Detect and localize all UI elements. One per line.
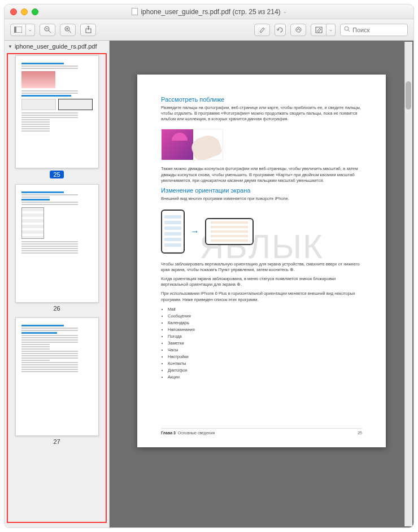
thumbnail-page-25[interactable]: 25 [15, 55, 99, 178]
svg-line-14 [348, 30, 350, 32]
list-item: Настройки [168, 354, 362, 360]
phone-portrait-icon [161, 210, 185, 254]
close-window[interactable] [10, 8, 17, 15]
scrollbar-track[interactable] [404, 42, 412, 526]
list-item: Календарь [168, 320, 362, 326]
rotate-illustration: → [161, 210, 362, 254]
disclosure-triangle-icon[interactable]: ▼ [8, 44, 12, 49]
svg-line-6 [69, 30, 71, 33]
list-item: Погода [168, 333, 362, 340]
share-button[interactable] [80, 24, 96, 36]
thumbnails-sidebar: ▼ iphone_user_guide_rs.pdf.pdf [5, 41, 110, 527]
page-footer: Глава 3 Основные сведения 25 [161, 428, 362, 435]
markup-button[interactable] [290, 24, 306, 36]
thumbnail-image[interactable] [15, 184, 99, 303]
thumbnail-list[interactable]: 25 26 [5, 52, 109, 527]
sidebar-filename-row[interactable]: ▼ iphone_user_guide_rs.pdf.pdf [5, 41, 109, 52]
list-item: Диктофон [168, 367, 362, 374]
paragraph: При использовании iPhone 6 Plus в горизо… [161, 291, 362, 302]
pinch-gesture-illustration [161, 129, 223, 160]
page-number-badge: 26 [53, 305, 60, 312]
window-title-text: iphone_user_guide_rs.pdf.pdf (стр. 25 из… [141, 8, 280, 16]
paragraph: Внешний вид многих программ изменяется п… [161, 196, 362, 202]
phone-landscape-icon [205, 218, 254, 245]
list-item: Акции [168, 374, 362, 381]
edit-dropdown-button[interactable]: ⌵ [326, 24, 336, 36]
svg-rect-1 [14, 27, 16, 33]
list-item: Контакты [168, 360, 362, 367]
page-number-badge: 27 [53, 438, 60, 445]
section-heading-2: Изменение ориентации экрана [161, 187, 362, 194]
paragraph: Также можно дважды коснуться фотографии … [161, 166, 362, 183]
page-number-badge: 25 [50, 171, 63, 178]
edit-button[interactable] [311, 24, 326, 36]
window-controls [10, 8, 38, 15]
apps-list: Mail Сообщения Календарь Напоминания Пог… [161, 306, 362, 381]
thumbnail-page-26[interactable]: 26 [15, 184, 99, 312]
view-mode-group: ⌵ [10, 24, 35, 36]
zoom-window[interactable] [32, 8, 38, 15]
document-viewer[interactable]: ЯБЛЫК Рассмотреть поближе Разведите паль… [110, 41, 413, 527]
svg-point-13 [345, 27, 349, 30]
document-icon [132, 8, 138, 15]
list-item: Часы [168, 347, 362, 354]
arrow-right-icon: → [190, 226, 199, 237]
edit-group: ⌵ [311, 24, 336, 36]
scrollbar-thumb[interactable] [406, 81, 411, 110]
paragraph: Когда ориентация экрана заблокирована, в… [161, 276, 362, 287]
main-body: ▼ iphone_user_guide_rs.pdf.pdf [5, 41, 413, 527]
list-item: Напоминания [168, 326, 362, 333]
search-field[interactable] [340, 24, 408, 36]
thumbnail-image[interactable] [15, 317, 99, 436]
list-item: Заметки [168, 340, 362, 347]
thumbnail-page-27[interactable]: 27 [15, 317, 99, 445]
search-input[interactable] [352, 27, 398, 33]
zoom-in-button[interactable] [60, 24, 76, 36]
minimize-window[interactable] [21, 8, 28, 15]
zoom-out-button[interactable] [40, 24, 55, 36]
list-item: Mail [168, 306, 362, 313]
list-item: Сообщения [168, 313, 362, 320]
rotate-button[interactable] [275, 24, 286, 36]
sidebar-toggle-button[interactable] [10, 24, 26, 36]
paragraph: Разведите пальцы на фотографии, веб-стра… [161, 105, 362, 122]
paragraph: Чтобы заблокировать вертикальную ориента… [161, 261, 362, 273]
title-dropdown-icon[interactable]: ⌵ [284, 9, 286, 14]
chapter-label: Глава 3 Основные сведения [161, 431, 215, 435]
section-heading-1: Рассмотреть поближе [161, 96, 362, 103]
thumbnail-image[interactable] [15, 55, 99, 168]
page-number: 25 [358, 431, 362, 435]
highlight-button[interactable] [254, 24, 270, 36]
window-title: iphone_user_guide_rs.pdf.pdf (стр. 25 из… [5, 8, 413, 16]
view-dropdown-button[interactable]: ⌵ [26, 24, 35, 36]
titlebar: iphone_user_guide_rs.pdf.pdf (стр. 25 из… [5, 5, 413, 19]
toolbar: ⌵ ⌵ [5, 19, 413, 41]
pdf-page: ЯБЛЫК Рассмотреть поближе Разведите паль… [137, 75, 386, 447]
sidebar-filename: iphone_user_guide_rs.pdf.pdf [15, 43, 97, 50]
search-icon [344, 26, 350, 33]
svg-line-3 [49, 30, 51, 33]
